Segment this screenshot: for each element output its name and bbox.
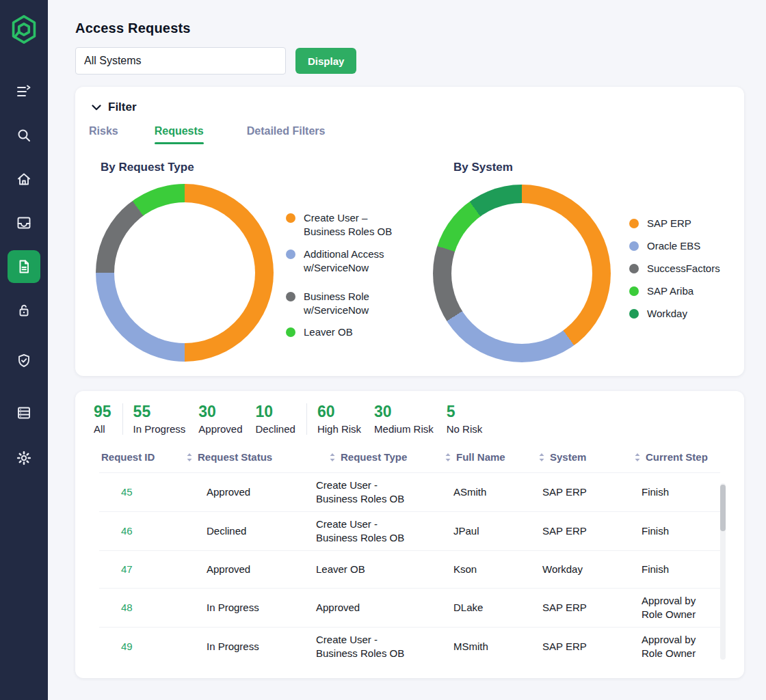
- main-content: Access Requests Display Filter Risks Req…: [48, 0, 766, 700]
- settings-icon: [16, 450, 32, 466]
- sidebar-item-security[interactable]: [8, 345, 40, 377]
- requests-table: Request ID Request Status Request Type F…: [99, 451, 720, 666]
- cell-current-step: Approval by Role Owner: [602, 589, 720, 627]
- cell-system: SAP ERP: [512, 519, 602, 543]
- cell-system: SAP ERP: [512, 595, 602, 620]
- cell-full-name: JPaul: [421, 519, 512, 543]
- table-row: 47ApprovedLeaver OBKsonWorkdayFinish: [99, 550, 720, 588]
- tab-detailed-filters[interactable]: Detailed Filters: [247, 125, 326, 137]
- request-id-link[interactable]: 48: [121, 602, 133, 613]
- cell-request-id: 47: [99, 557, 176, 582]
- cell-request-type: Approved: [285, 595, 421, 620]
- cell-full-name: DLake: [421, 595, 512, 620]
- page-title: Access Requests: [75, 21, 744, 36]
- scrollbar-track[interactable]: [720, 483, 726, 660]
- table-row: 48In ProgressApprovedDLakeSAP ERPApprova…: [99, 588, 720, 627]
- cell-request-id: 48: [99, 595, 176, 620]
- request-id-link[interactable]: 47: [121, 563, 133, 575]
- legend-dot: [286, 213, 295, 223]
- chart-title-request-type: By Request Type: [101, 161, 194, 174]
- cell-full-name: MSmith: [421, 634, 512, 659]
- sidebar-item-settings[interactable]: [8, 442, 40, 474]
- cell-system: SAP ERP: [512, 480, 602, 504]
- server-icon: [16, 405, 32, 421]
- cell-full-name: ASmith: [421, 480, 512, 504]
- legend-dot: [629, 219, 639, 228]
- column-header-current-step[interactable]: Current Step: [602, 451, 720, 472]
- legend-item: SuccessFactors: [629, 262, 720, 275]
- cell-system: SAP ERP: [512, 634, 602, 659]
- legend-item: SAP ERP: [629, 217, 720, 230]
- stat-label: Medium Risk: [374, 423, 434, 435]
- table-row: 49In ProgressCreate User - Business Role…: [99, 627, 720, 666]
- legend-dot: [629, 264, 639, 273]
- stat-value: 30: [198, 402, 242, 421]
- filter-collapse-toggle[interactable]: Filter: [92, 100, 137, 114]
- column-header-request-id: Request ID: [99, 451, 176, 472]
- legend-label: Oracle EBS: [647, 239, 700, 253]
- legend-item: Create User – Business Roles OB: [286, 211, 392, 239]
- donut-chart-request-type: [96, 184, 274, 362]
- sidebar-item-systems[interactable]: [8, 396, 40, 429]
- table-row: 46DeclinedCreate User - Business Roles O…: [99, 511, 720, 550]
- stat-item: 95 All: [94, 402, 111, 435]
- cell-current-step: Approval by Role Owner: [602, 628, 720, 666]
- stat-item: 30 Approved: [198, 402, 242, 435]
- stat-item: 60 High Risk: [317, 402, 361, 435]
- legend-dot: [629, 309, 639, 319]
- legend-dot: [629, 286, 639, 296]
- cell-current-step: Finish: [602, 480, 720, 504]
- sort-icon[interactable]: [329, 453, 336, 462]
- cell-full-name: Kson: [421, 557, 512, 582]
- chart-title-system: By System: [453, 161, 513, 174]
- sidebar-item-menu[interactable]: [8, 75, 40, 108]
- request-id-link[interactable]: 45: [121, 486, 133, 498]
- shield-check-icon: [16, 353, 32, 369]
- legend-item: Business Role w/ServiceNow: [286, 290, 392, 317]
- sort-icon[interactable]: [634, 453, 641, 462]
- stat-label: High Risk: [317, 423, 361, 435]
- column-header-request-type[interactable]: Request Type: [285, 451, 421, 472]
- stat-item: 55 In Progress: [133, 402, 186, 435]
- display-button[interactable]: Display: [295, 48, 356, 74]
- tab-requests[interactable]: Requests: [155, 125, 204, 137]
- document-icon: [16, 258, 32, 275]
- legend-dot: [629, 241, 639, 251]
- stat-divider: [122, 403, 123, 435]
- legend-item: Oracle EBS: [629, 239, 720, 253]
- system-select[interactable]: [75, 47, 286, 75]
- app-logo[interactable]: [10, 14, 38, 48]
- search-icon: [16, 127, 32, 144]
- sort-icon[interactable]: [538, 453, 545, 462]
- cell-system: Workday: [512, 557, 602, 582]
- scrollbar-thumb[interactable]: [720, 485, 726, 531]
- sidebar-item-search[interactable]: [8, 119, 40, 152]
- request-id-link[interactable]: 49: [121, 641, 133, 652]
- cell-request-status: Declined: [176, 519, 285, 543]
- sort-icon[interactable]: [445, 453, 451, 462]
- filter-tabs: Risks Requests Detailed Filters: [89, 125, 325, 137]
- legend-system: SAP ERP Oracle EBS SuccessFactors SAP Ar…: [629, 217, 720, 329]
- legend-label: Additional Access w/ServiceNow: [304, 247, 384, 275]
- sidebar-item-requests[interactable]: [8, 250, 40, 283]
- cell-request-id: 46: [99, 519, 176, 543]
- request-id-link[interactable]: 46: [121, 525, 133, 537]
- stat-label: No Risk: [447, 423, 483, 435]
- sidebar-item-home[interactable]: [8, 163, 40, 196]
- cell-request-id: 49: [99, 634, 176, 659]
- legend-label: Workday: [647, 307, 687, 321]
- legend-label: SAP Ariba: [647, 284, 694, 298]
- legend-item: Leaver OB: [286, 325, 392, 339]
- sidebar-item-inbox[interactable]: [8, 206, 40, 239]
- stat-item: 30 Medium Risk: [374, 402, 434, 435]
- column-header-system[interactable]: System: [512, 451, 602, 472]
- tab-risks[interactable]: Risks: [89, 125, 118, 137]
- sidebar-item-access[interactable]: [8, 294, 40, 327]
- stat-value: 95: [94, 402, 111, 421]
- sidebar: [0, 0, 48, 700]
- legend-label: SuccessFactors: [647, 262, 720, 275]
- sort-icon[interactable]: [186, 453, 193, 462]
- column-header-full-name[interactable]: Full Name: [421, 451, 512, 472]
- column-header-request-status[interactable]: Request Status: [176, 451, 285, 472]
- table-row: 45ApprovedCreate User - Business Roles O…: [99, 472, 720, 511]
